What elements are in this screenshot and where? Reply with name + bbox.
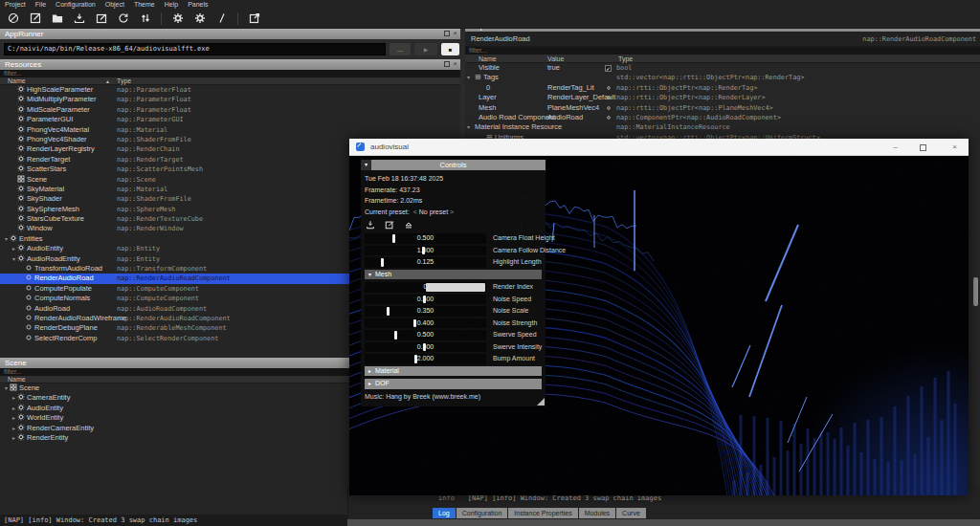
expand-arrow-icon[interactable]: ▸ [11,393,17,403]
edit-preset-icon[interactable] [385,220,394,230]
section-header[interactable]: ▸Material [365,366,542,377]
slider-handle[interactable] [387,307,390,316]
slider-track[interactable]: 0.500 [365,330,486,340]
preset-value[interactable]: No preset [419,208,448,215]
app-window-titlebar[interactable]: audiovisual – × [349,139,969,156]
Layer[interactable]: Layer RenderLayer_Default ✓ nap::rtti::O… [465,93,980,102]
save-as-icon[interactable] [93,11,109,26]
browse-button[interactable]: ... [390,43,411,55]
inspector-scrollbar[interactable] [973,277,978,306]
property-value[interactable]: PlaneMeshVec4 [547,103,599,113]
slider-handle[interactable] [423,296,426,304]
property-value[interactable]: AudioRoad [547,113,583,122]
slider-track[interactable]: 1.000 [365,246,486,256]
preset-prev-icon[interactable]: < [413,208,417,215]
reload-icon[interactable] [115,11,131,26]
menu-item[interactable]: File [31,0,51,9]
slider-row[interactable]: 0.500 Swerve Intensity [365,342,542,353]
open-external-icon[interactable] [246,11,262,26]
checkbox-checked-icon[interactable]: ✓ [605,65,612,72]
eject-preset-icon[interactable] [404,220,413,230]
expand-arrow-icon[interactable]: ▾ [467,122,475,132]
menu-item[interactable]: Help [160,0,183,9]
slider-row[interactable]: 0.125 Highlight Length [365,257,542,268]
expand-arrow-icon[interactable]: ▾ [3,234,10,244]
Mesh[interactable]: Mesh PlaneMeshVec4 ✓ nap::rtti::ObjectPt… [465,103,980,113]
apprunner-header[interactable]: AppRunner × [0,29,460,39]
pointer-link-icon[interactable] [605,94,612,102]
HighScaleParameter[interactable]: HighScaleParameter nap::ParameterFloat [0,85,460,95]
slider-handle[interactable] [394,331,397,340]
slider-track[interactable]: 0.350 [365,306,486,317]
resize-grip[interactable] [537,398,545,405]
menu-item[interactable]: Object [100,0,129,9]
slider-handle[interactable] [422,247,425,255]
service-config-icon[interactable] [191,11,208,26]
PhongVec4Material[interactable]: PhongVec4Material nap::Material [0,125,460,135]
expand-arrow-icon[interactable]: ▸ [11,244,17,253]
collapse-icon[interactable]: ▾ [361,160,371,170]
Tags[interactable]: ▾Tags ✓ std::vector<nap::rtti::ObjectPtr… [465,73,980,82]
open-project-icon[interactable] [49,11,65,26]
exe-path-input[interactable]: C:/naivi/nap/bin/Release-x86_64/audiovis… [4,43,386,55]
resources-column-header[interactable]: Name ▲ Type [0,77,460,85]
0[interactable]: 0 RenderTag_Lit ✓ nap::rtti::ObjectPtr<n… [465,83,980,93]
bottom-tab[interactable]: Modules [579,508,615,518]
new-document-icon[interactable] [27,11,43,26]
property-value[interactable]: RenderTag_Lit [547,83,594,93]
expand-arrow-icon[interactable]: ▸ [11,413,17,423]
slider-row[interactable]: 2.000 Bump Amount [365,354,542,364]
resources-header[interactable]: Resources × [0,59,460,70]
slider-handle[interactable] [423,343,426,352]
nap-logo-icon[interactable] [5,11,21,26]
slider-row[interactable]: 0.350 Noise Scale [365,306,542,317]
MidScaleParameter[interactable]: MidScaleParameter nap::ParameterFloat [0,105,460,115]
section-header[interactable]: ▸DOF [365,379,542,389]
float-icon[interactable] [444,61,450,67]
save-icon[interactable] [71,11,87,26]
inspector-column-header[interactable]: Name Value Type [465,55,980,63]
slider-handle[interactable] [414,355,417,363]
bottom-tab[interactable]: Instance Properties [508,508,577,518]
close-icon[interactable]: × [453,31,457,36]
slider-row[interactable]: 0.500 Swerve Speed [365,330,542,340]
Audio Road Component[interactable]: Audio Road Component AudioRoad ✓ nap::Co… [465,113,980,122]
pointer-link-icon[interactable] [605,84,612,93]
Material Instance Resource[interactable]: ▾Material Instance Resource ✓ nap::Mater… [465,122,980,132]
slider-track[interactable]: 0.400 [365,318,486,329]
save-preset-icon[interactable] [366,220,375,230]
slider-track[interactable]: 0 [365,282,486,293]
MidMultiplyParameter[interactable]: MidMultiplyParameter nap::ParameterFloat [0,95,460,104]
settings-icon[interactable] [169,11,186,26]
menu-item[interactable]: Panels [183,0,212,9]
slider-row[interactable]: 0 Render Index [365,282,542,293]
pointer-link-icon[interactable] [605,104,612,113]
slider-track[interactable]: 0.500 [365,295,486,305]
menu-item[interactable]: Project [0,0,31,9]
close-icon[interactable]: × [952,142,957,151]
ParameterGUI[interactable]: ParameterGUI nap::ParameterGUI [0,115,460,124]
slider-handle[interactable] [413,319,416,328]
slider-track[interactable]: 0.500 [365,342,486,353]
menu-item[interactable]: Theme [129,0,160,9]
play-button[interactable]: ▶ [414,43,437,55]
render-viewport[interactable]: ▾ Controls Tue Feb 18 16:37:48 2025 Fram… [349,156,969,495]
menu-item[interactable]: Configuration [51,0,100,9]
console-icon[interactable] [213,11,230,26]
preset-next-icon[interactable]: > [450,208,454,215]
property-value[interactable]: true [547,63,560,73]
inspector-filter-input[interactable]: filter... [465,47,980,55]
expand-arrow-icon[interactable]: ▾ [467,73,475,82]
mesh-section-header[interactable]: ▾Mesh [365,270,542,280]
slider-track[interactable]: 0.500 [365,233,486,244]
maximize-icon[interactable] [920,144,926,151]
expand-arrow-icon[interactable]: ▸ [11,424,17,433]
resources-filter-input[interactable]: filter... [0,70,460,77]
expand-arrow-icon[interactable]: ▾ [3,384,10,393]
float-icon[interactable] [444,31,450,36]
slider-row[interactable]: 0.500 Noise Speed [365,295,542,305]
minimize-icon[interactable]: – [894,142,898,151]
expand-arrow-icon[interactable]: ▸ [11,404,17,413]
expand-arrow-icon[interactable]: ▸ [11,433,17,443]
bottom-tab[interactable]: Curve [616,508,646,518]
